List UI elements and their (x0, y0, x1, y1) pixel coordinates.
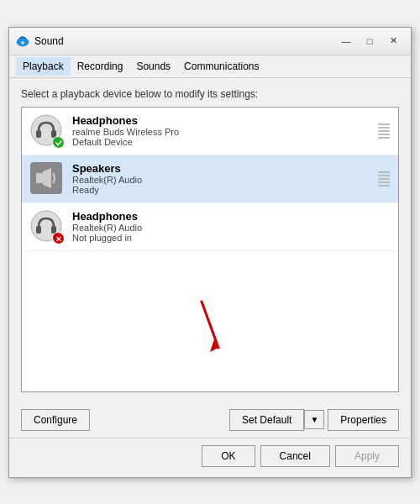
device-sub-2: Realtek(R) Audio (72, 175, 378, 185)
title-bar: Sound — □ ✕ (9, 28, 411, 55)
speaker-icon (30, 162, 62, 194)
arrow-indicator (185, 293, 235, 360)
speaker-svg (34, 166, 58, 190)
maximize-button[interactable]: □ (359, 33, 381, 50)
action-buttons-row: Configure Set Default ▼ Properties (9, 402, 411, 438)
device-info-2: Speakers Realtek(R) Audio Ready (72, 162, 378, 195)
sound-dialog: Sound — □ ✕ Playback Recording Sounds Co… (8, 27, 412, 478)
device-info-3: Headphones Realtek(R) Audio Not plugged … (72, 210, 390, 243)
device-status-3: Not plugged in (72, 233, 390, 243)
device-status-2: Ready (72, 185, 378, 195)
status-badge-green-1 (52, 136, 64, 148)
scrollbar-indicator-1 (378, 114, 390, 148)
set-default-button[interactable]: Set Default (229, 409, 304, 431)
svg-rect-3 (36, 130, 41, 138)
svg-rect-9 (36, 226, 41, 234)
menu-bar: Playback Recording Sounds Communications (9, 55, 411, 78)
cancel-button[interactable]: Cancel (260, 445, 330, 467)
instruction-text: Select a playback device below to modify… (21, 88, 399, 100)
svg-rect-6 (36, 173, 43, 183)
window-icon (16, 34, 29, 48)
set-default-dropdown-button[interactable]: ▼ (304, 410, 324, 429)
device-icon-wrap-2 (30, 162, 64, 196)
title-controls: — □ ✕ (335, 33, 404, 50)
dialog-footer: OK Cancel Apply (9, 438, 411, 477)
status-badge-red-3: ✕ (52, 232, 64, 244)
device-item-headphones-unplugged[interactable]: ✕ Headphones Realtek(R) Audio Not plugge… (22, 203, 398, 251)
menu-playback[interactable]: Playback (16, 57, 71, 76)
configure-button[interactable]: Configure (21, 409, 90, 431)
device-sub-3: Realtek(R) Audio (72, 223, 390, 233)
scrollbar-indicator-2 (378, 162, 390, 196)
device-icon-wrap-3: ✕ (30, 210, 64, 244)
device-item-headphones-default[interactable]: Headphones realme Buds Wireless Pro Defa… (22, 108, 398, 155)
close-button[interactable]: ✕ (382, 33, 404, 50)
device-name-2: Speakers (72, 162, 378, 175)
device-list[interactable]: Headphones realme Buds Wireless Pro Defa… (21, 107, 399, 392)
menu-communications[interactable]: Communications (177, 57, 265, 76)
content-area: Select a playback device below to modify… (9, 78, 411, 402)
ok-button[interactable]: OK (202, 445, 255, 467)
svg-line-13 (202, 302, 218, 348)
device-icon-wrap-1 (30, 114, 64, 148)
svg-point-5 (54, 138, 64, 148)
device-item-speakers[interactable]: Speakers Realtek(R) Audio Ready (22, 155, 398, 203)
minimize-button[interactable]: — (335, 33, 357, 50)
window-title: Sound (34, 35, 64, 47)
svg-point-1 (21, 41, 24, 45)
properties-button[interactable]: Properties (328, 409, 399, 431)
apply-button[interactable]: Apply (335, 445, 399, 467)
device-name-1: Headphones (72, 114, 378, 127)
device-sub-1: realme Buds Wireless Pro (72, 127, 378, 137)
device-status-1: Default Device (72, 137, 378, 147)
title-bar-left: Sound (16, 34, 64, 48)
svg-text:✕: ✕ (55, 234, 62, 243)
svg-marker-7 (43, 168, 51, 188)
device-info-1: Headphones realme Buds Wireless Pro Defa… (72, 114, 378, 147)
menu-sounds[interactable]: Sounds (129, 57, 177, 76)
device-name-3: Headphones (72, 210, 390, 223)
arrow-area (22, 251, 398, 369)
menu-recording[interactable]: Recording (71, 57, 130, 76)
